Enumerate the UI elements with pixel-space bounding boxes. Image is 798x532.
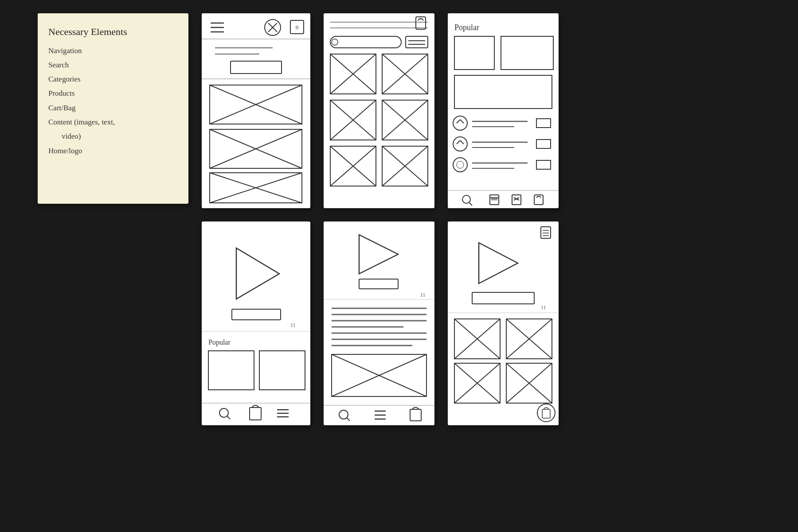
svg-point-135 xyxy=(537,404,555,422)
svg-rect-51 xyxy=(454,75,552,109)
notepad-search: Search xyxy=(48,58,178,72)
svg-rect-27 xyxy=(406,36,428,48)
svg-point-64 xyxy=(453,158,467,172)
svg-point-65 xyxy=(457,161,464,168)
svg-line-110 xyxy=(347,418,350,421)
svg-text:Popular: Popular xyxy=(208,338,231,346)
svg-line-60 xyxy=(460,140,464,144)
notepad-title: Necessary Elements xyxy=(48,26,178,39)
notepad-cart: Cart/Bag xyxy=(48,101,178,115)
wireframe-6: 11 xyxy=(448,221,559,425)
wireframe-4: 11 Popular xyxy=(202,221,310,425)
svg-text:0: 0 xyxy=(296,24,299,31)
notepad-navigation: Navigation xyxy=(48,44,178,58)
svg-text:11: 11 xyxy=(541,304,546,311)
canvas: Necessary Elements Navigation Search Cat… xyxy=(0,0,798,532)
svg-rect-63 xyxy=(536,140,551,148)
svg-rect-95 xyxy=(359,279,398,289)
svg-point-26 xyxy=(332,39,338,45)
notepad-content: Content (images, text, xyxy=(48,115,178,129)
svg-rect-90 xyxy=(250,408,261,420)
notepad-content-2: video) xyxy=(48,129,178,144)
svg-rect-50 xyxy=(454,36,494,70)
notepad: Necessary Elements Navigation Search Cat… xyxy=(38,13,188,204)
wireframe-1: 0 xyxy=(202,13,310,208)
svg-line-89 xyxy=(227,416,230,419)
wireframe-3: Popular xyxy=(448,13,559,208)
svg-rect-114 xyxy=(410,409,421,421)
svg-line-71 xyxy=(469,202,472,206)
svg-marker-119 xyxy=(479,243,518,283)
svg-point-58 xyxy=(453,137,467,151)
svg-rect-85 xyxy=(208,351,254,390)
svg-rect-86 xyxy=(259,351,305,390)
svg-line-53 xyxy=(457,120,460,123)
svg-line-59 xyxy=(457,140,460,144)
svg-rect-81 xyxy=(232,309,281,320)
svg-rect-120 xyxy=(472,292,534,304)
svg-rect-68 xyxy=(536,160,551,169)
svg-text:Popular: Popular xyxy=(454,23,479,32)
svg-rect-49 xyxy=(501,36,553,70)
wireframe-5: 11 xyxy=(324,221,434,425)
svg-text:11: 11 xyxy=(290,322,296,328)
svg-rect-115 xyxy=(541,227,551,238)
svg-point-52 xyxy=(453,116,467,130)
notepad-home: Home/logo xyxy=(48,144,178,158)
svg-text:11: 11 xyxy=(420,292,426,298)
svg-rect-57 xyxy=(536,119,551,128)
svg-rect-76 xyxy=(512,195,521,205)
svg-point-70 xyxy=(462,195,470,203)
notepad-categories: Categories xyxy=(48,72,178,86)
svg-line-54 xyxy=(460,120,464,123)
svg-rect-136 xyxy=(542,409,550,418)
svg-marker-80 xyxy=(236,248,279,299)
wireframe-2 xyxy=(324,13,434,208)
notepad-products: Products xyxy=(48,86,178,101)
svg-rect-25 xyxy=(330,36,401,48)
svg-rect-11 xyxy=(231,61,282,74)
svg-marker-94 xyxy=(359,235,398,274)
